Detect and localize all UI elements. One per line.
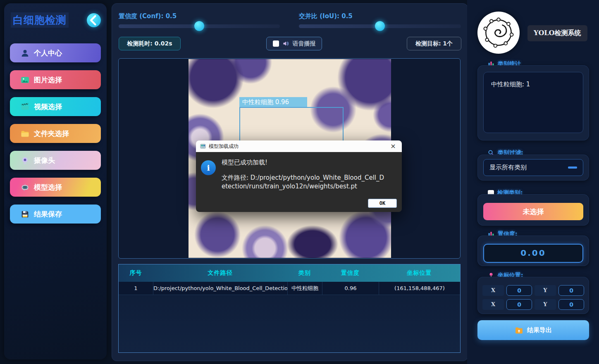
class-filter-dropdown[interactable]: 显示所有类别: [483, 159, 583, 176]
stats-card: 中性粒细胞: 1: [477, 65, 589, 140]
webcam-icon: [21, 156, 29, 165]
class-statistics-box: 中性粒细胞: 1: [483, 72, 583, 133]
sidebar: 白细胞检测 个人中心 图片选择 视频选择 文件夹选择: [4, 3, 107, 359]
app-window: 白细胞检测 个人中心 图片选择 视频选择 文件夹选择: [0, 0, 599, 364]
export-results-label: 结果导出: [527, 326, 552, 334]
cell-class: 中性粒细胞: [287, 282, 322, 295]
confidence-slider[interactable]: [119, 24, 280, 28]
coord-y1-display: 0: [558, 285, 584, 296]
coord-x1-display: 0: [506, 285, 532, 296]
column-header-class: 类别: [287, 269, 322, 277]
dialog-titlebar: 模型加载成功 ×: [196, 140, 402, 152]
results-table: 序号 文件路径 类别 置信度 坐标位置 1 D:/project/python/…: [118, 264, 461, 353]
sidebar-item-label: 视频选择: [34, 102, 62, 112]
coord-axis-label: X: [482, 285, 504, 296]
folder-export-icon: [515, 326, 523, 335]
dialog-body: i 模型已成功加载! 文件路径: D:/project/python/yolo_…: [196, 152, 402, 212]
sidebar-item-image-select[interactable]: 图片选择: [10, 70, 101, 89]
coord-axis-label: Y: [535, 299, 556, 310]
sidebar-item-label: 文件夹选择: [34, 129, 69, 138]
sidebar-item-folder-select[interactable]: 文件夹选择: [10, 124, 101, 143]
cell-path: D:/project/python/yolo_White_Blood_Cell_…: [153, 282, 287, 295]
results-table-header: 序号 文件路径 类别 置信度 坐标位置: [119, 264, 460, 282]
column-header-coords: 坐标位置: [379, 269, 460, 277]
detection-time-label: 检测耗时: 0.02s: [127, 40, 172, 48]
sidebar-item-label: 模型选择: [34, 183, 62, 192]
robot-icon: [21, 183, 29, 192]
voice-broadcast-label: 语音播报: [293, 40, 316, 48]
sidebar-item-label: 结果保存: [34, 209, 62, 219]
sidebar-item-video-select[interactable]: 视频选择: [10, 97, 101, 116]
selected-class-button[interactable]: 未选择: [483, 203, 583, 220]
sidebar-menu: 个人中心 图片选择 视频选择 文件夹选择 摄像头 模型选择: [4, 31, 107, 224]
sidebar-item-label: 摄像头: [34, 156, 55, 165]
sidebar-item-camera[interactable]: 摄像头: [10, 151, 101, 170]
target-count-label: 检测目标: 1个: [415, 40, 453, 48]
cell-confidence: 0.96: [322, 282, 379, 295]
table-row[interactable]: 1 D:/project/python/yolo_White_Blood_Cel…: [119, 282, 460, 295]
coord-axis-label: X: [482, 299, 504, 310]
iou-slider-label: 交并比 (IoU): 0.5: [299, 12, 353, 20]
dropdown-indicator-icon: [568, 167, 577, 169]
coords-grid: X 0 Y 0 X 0 Y 0: [477, 277, 589, 310]
sidebar-item-save-results[interactable]: 结果保存: [10, 205, 101, 224]
person-icon: [21, 49, 29, 57]
chevron-left-icon: [87, 13, 101, 27]
filter-card: 显示所有类别: [477, 155, 589, 181]
model-loaded-dialog: 模型加载成功 × i 模型已成功加载! 文件路径: D:/project/pyt…: [196, 140, 402, 212]
floppy-icon: [21, 210, 29, 219]
sidebar-item-label: 个人中心: [34, 48, 62, 58]
folder-icon: [21, 129, 29, 138]
image-icon: [21, 76, 29, 84]
app-title: 白细胞检测: [11, 12, 69, 28]
confidence-value-display: 0.00: [483, 244, 583, 263]
class-filter-value: 显示所有类别: [489, 164, 527, 171]
sidebar-item-label: 图片选择: [34, 75, 62, 85]
coords-card: X 0 Y 0 X 0 Y 0: [477, 277, 589, 314]
iou-slider[interactable]: [299, 24, 461, 28]
right-panel: YOLO检测系统 类别统计 中性粒细胞: 1 类别过滤: 显示所有类别 检测类别…: [467, 0, 599, 364]
sidebar-header: 白细胞检测: [4, 3, 107, 31]
voice-broadcast-toggle[interactable]: 语音播报: [266, 37, 322, 50]
coord-x2-display: 0: [506, 299, 532, 310]
dialog-app-icon: [200, 143, 206, 149]
coord-y2-display: 0: [558, 299, 584, 310]
dialog-file-path: 文件路径: D:/project/python/yolo_White_Blood…: [222, 174, 386, 191]
detection-box-label: 中性粒细胞 0.96: [239, 97, 307, 107]
column-header-confidence: 置信度: [322, 269, 379, 277]
dialog-close-icon[interactable]: ×: [384, 140, 402, 152]
target-count-badge: 检测目标: 1个: [407, 37, 461, 50]
iou-slider-thumb[interactable]: [375, 21, 385, 31]
cell-coords: (161,158,488,467): [379, 282, 460, 295]
ok-button[interactable]: OK: [368, 199, 397, 208]
sidebar-item-profile[interactable]: 个人中心: [10, 43, 101, 62]
system-badge: YOLO检测系统: [527, 25, 587, 41]
sidebar-item-model-select[interactable]: 模型选择: [10, 178, 101, 197]
speaker-icon: [282, 40, 289, 47]
confidence-slider-thumb[interactable]: [194, 21, 204, 31]
confidence-slider-label: 置信度 (Conf): 0.5: [119, 12, 177, 20]
confidence-card: 0.00: [477, 236, 589, 266]
column-header-path: 文件路径: [153, 269, 287, 277]
column-header-index: 序号: [119, 269, 153, 277]
dialog-message: 模型已成功加载!: [222, 159, 267, 167]
selected-class-value: 未选择: [523, 207, 544, 216]
stats-content: 中性粒细胞: 1: [491, 81, 530, 88]
info-icon: i: [201, 160, 216, 175]
sidebar-collapse-button[interactable]: [87, 13, 101, 27]
detection-time-badge: 检测耗时: 0.02s: [119, 37, 181, 50]
clapperboard-icon: [21, 102, 29, 111]
app-logo: [477, 12, 520, 54]
class-card: 未选择: [477, 194, 589, 226]
cell-index: 1: [119, 282, 153, 295]
coord-axis-label: Y: [535, 285, 556, 296]
cell-logo-icon: [479, 13, 518, 52]
dialog-title: 模型加载成功: [209, 143, 239, 150]
voice-checkbox[interactable]: [273, 40, 279, 47]
export-results-button[interactable]: 结果导出: [477, 320, 589, 340]
